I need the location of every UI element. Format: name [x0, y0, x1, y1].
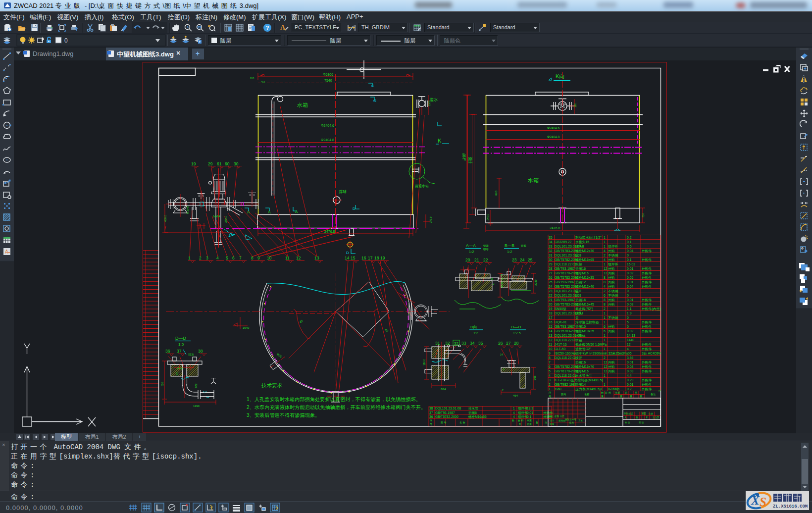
- svg-text:29: 29: [208, 161, 213, 166]
- svg-text:1: 1: [188, 256, 191, 260]
- svg-text:浮球: 浮球: [339, 190, 347, 194]
- svg-text:12: 12: [627, 343, 631, 346]
- svg-text:序: 序: [430, 419, 432, 422]
- svg-text:1#Φ4: 1#Φ4: [213, 215, 220, 218]
- svg-text:?: ?: [266, 25, 269, 31]
- svg-text:Φ430: Φ430: [177, 367, 184, 370]
- svg-text:螺栓M12x30: 螺栓M12x30: [575, 249, 594, 253]
- svg-text:32: 32: [454, 341, 458, 346]
- svg-text:2: 2: [604, 254, 606, 257]
- svg-text:1: 1: [604, 245, 606, 248]
- svg-text:0.01: 0.01: [627, 360, 633, 364]
- svg-text:F: F: [646, 416, 648, 419]
- svg-text:0.1: 0.1: [527, 415, 531, 418]
- svg-text:截止阀(R2"): 截止阀(R2"): [575, 307, 593, 311]
- svg-text:外购: 外购: [608, 360, 615, 364]
- svg-text:GB/T982-1987: GB/T982-1987: [555, 383, 577, 386]
- svg-text:17: 17: [368, 256, 373, 260]
- svg-text:32: 32: [549, 249, 553, 253]
- svg-text:UQK-01: UQK-01: [555, 320, 567, 324]
- svg-text:外购: 外购: [608, 303, 615, 307]
- svg-text:外购件: 外购件: [642, 343, 652, 347]
- svg-text:380.0: 380.0: [224, 216, 227, 223]
- svg-text:12: 12: [604, 369, 608, 373]
- svg-text:重: 重: [620, 395, 622, 398]
- svg-text:A: A: [5, 249, 8, 255]
- svg-text:12: 12: [604, 271, 608, 275]
- svg-text:23: 23: [549, 289, 553, 293]
- svg-text:外购: 外购: [608, 369, 615, 373]
- svg-text:图号: 图号: [561, 393, 566, 396]
- svg-text:螺栓M12x40: 螺栓M12x40: [575, 285, 594, 289]
- svg-text:1:2: 1:2: [469, 250, 474, 254]
- svg-text:5: 5: [549, 369, 551, 373]
- svg-text:号: 号: [549, 395, 551, 398]
- svg-text:Φ64: Φ64: [441, 388, 446, 391]
- svg-text:垫圈12: 垫圈12: [575, 280, 586, 284]
- svg-text:6: 6: [604, 329, 606, 333]
- svg-text:45: 45: [299, 319, 304, 323]
- svg-text:33: 33: [549, 245, 553, 248]
- svg-text:水箱: 水箱: [297, 102, 308, 108]
- svg-text:普通水箱: 普通水箱: [415, 184, 429, 188]
- svg-text:12: 12: [604, 365, 608, 368]
- svg-text:1: 1: [604, 262, 606, 266]
- svg-text:水箱体: 水箱体: [575, 334, 586, 338]
- svg-text:4: 4: [513, 415, 515, 418]
- svg-text:GB/T93-1987: GB/T93-1987: [555, 267, 575, 270]
- svg-text:B: B: [636, 416, 638, 419]
- svg-text:外购件: 外购件: [642, 271, 652, 275]
- svg-text:1: 1: [604, 383, 606, 386]
- svg-text:阶段标记: 阶段标记: [624, 412, 633, 415]
- svg-text:外购件: 外购件: [642, 267, 652, 271]
- svg-text:重量: 重量: [642, 412, 647, 415]
- svg-text:DQL101.23.01.08: DQL101.23.01.08: [435, 407, 461, 410]
- svg-text:2: 2: [604, 356, 606, 359]
- svg-text:排水: 排水: [188, 353, 194, 356]
- svg-text:19: 19: [549, 307, 553, 310]
- svg-text:3台 AC4D9V: 3台 AC4D9V: [642, 352, 661, 356]
- svg-text:R2: R2: [176, 372, 179, 375]
- svg-text:螺栓M10x25: 螺栓M10x25: [575, 329, 594, 333]
- svg-text:备注: 备注: [651, 393, 656, 396]
- svg-text:2: 2: [604, 289, 606, 293]
- svg-text:波纹管G2": 波纹管G2": [575, 347, 591, 351]
- svg-text:外购件: 外购件: [642, 285, 652, 289]
- svg-text:0.29: 0.29: [627, 378, 633, 382]
- svg-text:12: 12: [296, 256, 301, 260]
- svg-text:外购: 外购: [608, 298, 615, 302]
- svg-text:1: 1: [604, 311, 606, 315]
- svg-text:外购: 外购: [608, 365, 615, 369]
- svg-text:7540: 7540: [324, 79, 332, 82]
- svg-text:D—D: D—D: [175, 336, 186, 341]
- svg-text:ZL.XS1616.COM: ZL.XS1616.COM: [773, 504, 808, 509]
- svg-text:34: 34: [470, 341, 475, 346]
- svg-text:GB/T5782-2000: GB/T5782-2000: [435, 415, 458, 418]
- svg-text:GB/T93-1987: GB/T93-1987: [435, 411, 455, 414]
- svg-text:量: 量: [601, 395, 604, 398]
- svg-text:1440: 1440: [627, 338, 634, 342]
- svg-text:外购: 外购: [608, 329, 615, 333]
- svg-text:0.5: 0.5: [627, 245, 632, 248]
- svg-text:接头I: 接头I: [575, 311, 583, 315]
- svg-text:外购件: 外购件: [642, 303, 652, 307]
- svg-text:0.01: 0.01: [527, 411, 533, 414]
- svg-text:10: 10: [549, 347, 553, 351]
- svg-text:材 料: 材 料: [517, 419, 523, 422]
- svg-text:外购件: 外购件: [642, 383, 652, 387]
- svg-text:K.F-LBH-S压力控制器(M14x1.5): K.F-LBH-S压力控制器(M14x1.5): [555, 378, 603, 382]
- svg-text:464: 464: [513, 394, 518, 397]
- svg-text:水箱: 水箱: [528, 177, 539, 183]
- svg-text:注: 注: [659, 389, 661, 392]
- svg-text:Y-60: Y-60: [555, 387, 561, 391]
- svg-text:12: 12: [604, 267, 608, 270]
- svg-text:2: 2: [502, 389, 504, 392]
- svg-text:690: 690: [495, 190, 498, 196]
- svg-text:C: C: [371, 84, 374, 88]
- svg-text:ISC50-160(电机N=kW n=2900r/min 3: ISC50-160(电机N=kW n=2900r/min 32米25m3/h)0…: [555, 352, 632, 356]
- svg-text:0-16Mp: 0-16Mp: [608, 387, 619, 391]
- svg-text:比例: 比例: [649, 412, 654, 415]
- svg-text:26: 26: [498, 341, 503, 346]
- svg-text:0.04: 0.04: [627, 249, 633, 253]
- svg-text:垫圈16: 垫圈16: [575, 267, 586, 271]
